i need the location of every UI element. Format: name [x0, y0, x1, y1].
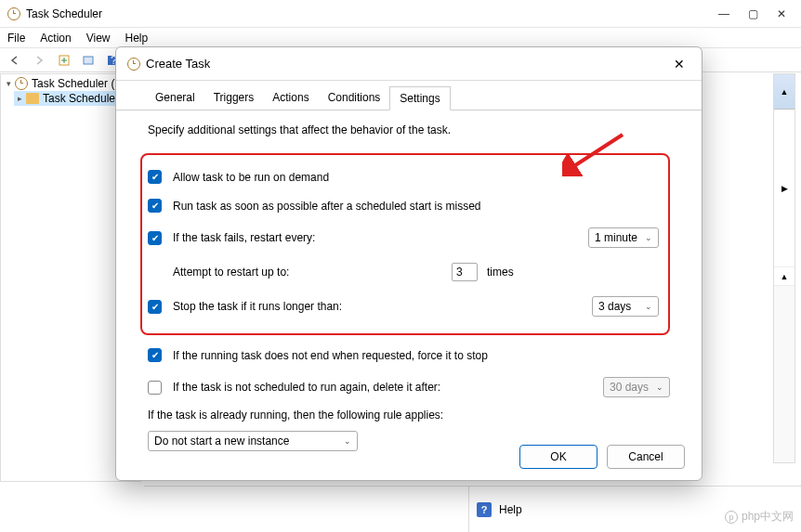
- panel-collapse-2[interactable]: ▲: [774, 267, 794, 286]
- ok-button[interactable]: OK: [519, 445, 597, 469]
- select-stop-duration[interactable]: 3 days⌄: [592, 296, 659, 317]
- help-icon: ?: [477, 502, 492, 517]
- tree-library-label: Task Schedule: [43, 92, 115, 105]
- input-attempt-count[interactable]: 3: [452, 263, 478, 281]
- forward-button[interactable]: [30, 50, 50, 71]
- up-arrow-icon: ▲: [781, 272, 789, 281]
- dialog-title: Create Task: [146, 57, 668, 71]
- minimize-button[interactable]: —: [718, 7, 729, 20]
- tab-settings[interactable]: Settings: [389, 86, 450, 110]
- dialog-body: Specify additional settings that affect …: [116, 110, 702, 462]
- maximize-button[interactable]: ▢: [748, 7, 758, 20]
- checkbox-stop-long[interactable]: ✔: [148, 300, 162, 314]
- dialog-close-button[interactable]: ✕: [668, 57, 690, 71]
- folder-icon: [26, 93, 39, 104]
- actions-panel: ▲ ▶ ▲: [773, 73, 795, 463]
- up-arrow-icon[interactable]: ▲: [781, 87, 789, 97]
- clock-icon: [127, 58, 140, 71]
- checkbox-run-missed[interactable]: ✔: [148, 199, 162, 213]
- label-force-stop: If the running task does not end when re…: [173, 349, 670, 362]
- label-delete-after: If the task is not scheduled to run agai…: [173, 381, 592, 394]
- bottom-panel: ? Help: [144, 486, 801, 532]
- checkbox-delete-after[interactable]: [148, 381, 162, 395]
- cancel-button[interactable]: Cancel: [607, 445, 685, 469]
- label-allow-demand: Allow task to be run on demand: [173, 171, 659, 184]
- create-task-dialog: Create Task ✕ General Triggers Actions C…: [115, 46, 703, 481]
- checkbox-allow-demand[interactable]: ✔: [148, 170, 162, 184]
- tab-actions[interactable]: Actions: [263, 86, 318, 110]
- checkbox-restart-fail[interactable]: ✔: [148, 231, 162, 245]
- chevron-down-icon: ▾: [7, 79, 11, 88]
- chevron-right-icon: ▸: [18, 94, 22, 103]
- watermark-text: php中文网: [742, 509, 794, 525]
- tab-conditions[interactable]: Conditions: [319, 86, 390, 110]
- menu-help[interactable]: Help: [125, 32, 149, 45]
- label-attempt: Attempt to restart up to:: [173, 266, 442, 279]
- right-arrow-icon: ▶: [781, 184, 788, 193]
- back-button[interactable]: [6, 50, 26, 71]
- menu-view[interactable]: View: [86, 32, 111, 45]
- window-title: Task Scheduler: [26, 7, 718, 20]
- dialog-footer: OK Cancel: [519, 445, 685, 469]
- checkbox-force-stop[interactable]: ✔: [148, 348, 162, 362]
- main-titlebar: Task Scheduler — ▢ ✕: [0, 0, 801, 28]
- tab-general[interactable]: General: [146, 86, 204, 110]
- menu-action[interactable]: Action: [40, 32, 71, 45]
- clock-icon: [15, 77, 28, 90]
- actions-panel-header: ▲: [774, 74, 794, 110]
- tab-triggers[interactable]: Triggers: [204, 86, 264, 110]
- bottom-left-pane: [144, 487, 469, 532]
- dialog-titlebar: Create Task ✕: [116, 47, 702, 81]
- select-delete-after: 30 days⌄: [603, 377, 670, 397]
- menu-file[interactable]: File: [7, 32, 25, 45]
- select-restart-interval[interactable]: 1 minute⌄: [588, 227, 659, 248]
- panel-collapse-1[interactable]: ▶: [774, 110, 794, 267]
- label-times: times: [487, 266, 514, 279]
- menubar: File Action View Help: [0, 28, 801, 48]
- label-stop-long: Stop the task if it runs longer than:: [173, 300, 581, 313]
- dialog-tabs: General Triggers Actions Conditions Sett…: [116, 81, 702, 110]
- svg-rect-1: [84, 57, 93, 64]
- help-label[interactable]: Help: [499, 503, 522, 516]
- app-icon: [7, 7, 20, 20]
- label-restart-fail: If the task fails, restart every:: [173, 231, 577, 244]
- label-running-rule: If the task is already running, then the…: [148, 409, 670, 422]
- properties-button[interactable]: [78, 50, 98, 71]
- select-running-rule[interactable]: Do not start a new instance⌄: [148, 431, 358, 451]
- close-button[interactable]: ✕: [777, 7, 786, 20]
- label-run-missed: Run task as soon as possible after a sch…: [173, 200, 659, 213]
- highlighted-settings: ✔ Allow task to be run on demand ✔ Run t…: [140, 153, 670, 335]
- up-button[interactable]: [54, 50, 74, 71]
- watermark: p php中文网: [725, 509, 794, 525]
- tree-root-label: Task Scheduler (L: [32, 77, 121, 90]
- settings-description: Specify additional settings that affect …: [148, 123, 670, 136]
- watermark-logo: p: [725, 511, 738, 524]
